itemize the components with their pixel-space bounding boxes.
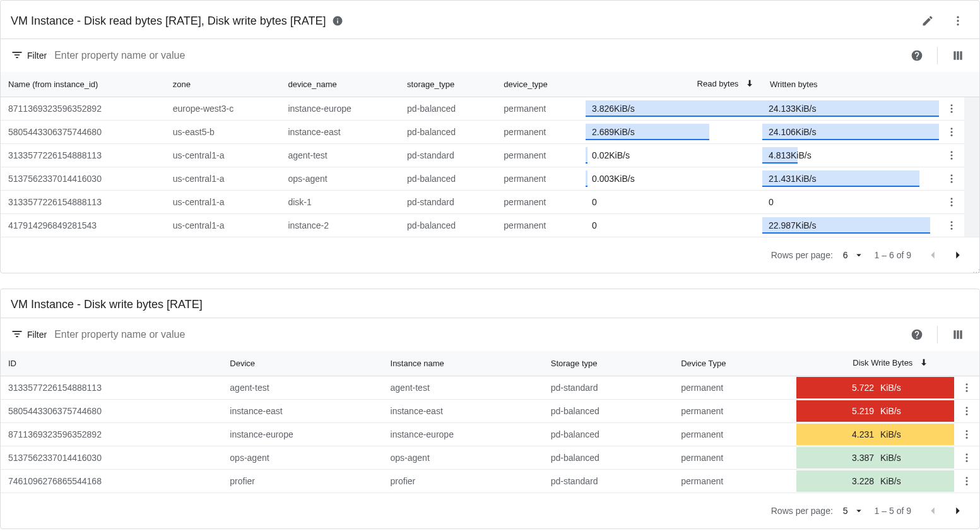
sort-desc-icon — [745, 81, 755, 90]
row-actions-button[interactable] — [943, 100, 960, 117]
cell-id: 5805443306375744680 — [1, 400, 222, 423]
next-page-button[interactable] — [947, 499, 969, 522]
cell-device-type: permanent — [673, 376, 796, 400]
help-button[interactable] — [906, 44, 928, 67]
svg-point-31 — [966, 457, 968, 459]
cell-instance-name: instance-east — [383, 400, 543, 423]
edit-button[interactable] — [916, 9, 939, 32]
row-actions-button[interactable] — [958, 402, 976, 420]
cell-name: 3133577226154888113 — [1, 191, 165, 214]
rows-per-page-label: Rows per page: — [771, 506, 833, 516]
panel-disk-write: VM Instance - Disk write bytes [RATE] Fi… — [0, 289, 980, 529]
cell-written-bytes: 24.133KiB/s — [762, 97, 939, 121]
row-actions-button[interactable] — [943, 146, 960, 164]
table-row: 3133577226154888113agent-testagent-testp… — [1, 376, 979, 400]
row-actions-button[interactable] — [943, 217, 960, 234]
col-device-name[interactable]: device_name — [280, 72, 399, 97]
row-actions-button[interactable] — [958, 379, 976, 397]
cell-storage-type: pd-standard — [543, 470, 674, 493]
cell-instance-name: ops-agent — [383, 446, 543, 470]
svg-point-2 — [957, 23, 959, 25]
col-name[interactable]: Name (from instance_id) — [1, 72, 165, 97]
prev-page-button[interactable] — [921, 499, 944, 522]
cell-device-type: permanent — [673, 446, 796, 470]
svg-point-19 — [951, 225, 953, 227]
cell-device-type: permanent — [673, 470, 796, 493]
cell-disk-write: 4.231KiB/s — [796, 423, 954, 446]
row-actions-button[interactable] — [943, 123, 960, 141]
cell-read-bytes: 3.826KiB/s — [586, 97, 762, 121]
svg-point-5 — [951, 111, 953, 113]
table-row: 7461096276865544168profierprofierpd-stan… — [1, 470, 979, 493]
svg-point-10 — [951, 155, 953, 157]
table-row: 5805443306375744680us-east5-binstance-ea… — [1, 121, 979, 144]
panel-title: VM Instance - Disk read bytes [RATE], Di… — [11, 15, 326, 28]
cell-read-bytes: 0.003KiB/s — [586, 167, 762, 191]
cell-read-bytes: 0 — [586, 191, 762, 214]
cell-device-type: permanent — [673, 423, 796, 446]
panel-title: VM Instance - Disk write bytes [RATE] — [11, 298, 203, 311]
col-storage-type[interactable]: Storage type — [543, 351, 674, 376]
col-id[interactable]: ID — [1, 351, 222, 376]
cell-device-name: agent-test — [280, 144, 399, 167]
panel-disk-rw: VM Instance - Disk read bytes [RATE], Di… — [0, 0, 980, 273]
cell-read-bytes: 0.02KiB/s — [586, 144, 762, 167]
more-options-button[interactable] — [947, 9, 969, 32]
filter-input[interactable] — [52, 46, 900, 65]
cell-device: agent-test — [222, 376, 382, 400]
cell-device-type: permanent — [673, 400, 796, 423]
col-device-type[interactable]: Device Type — [673, 351, 796, 376]
disk-write-table: ID Device Instance name Storage type Dev… — [1, 351, 979, 493]
help-button[interactable] — [906, 323, 928, 346]
cell-storage-type: pd-balanced — [399, 97, 496, 121]
col-instance-name[interactable]: Instance name — [383, 351, 543, 376]
cell-id: 8711369323596352892 — [1, 423, 222, 446]
svg-point-3 — [951, 104, 953, 106]
svg-point-27 — [966, 430, 968, 432]
rows-per-page-selector[interactable]: 5 — [843, 505, 865, 516]
cell-device-type: permanent — [496, 144, 586, 167]
prev-page-button[interactable] — [921, 244, 944, 266]
resize-handle-icon[interactable] — [972, 265, 979, 273]
col-written-bytes[interactable]: Written bytes — [762, 72, 939, 97]
cell-storage-type: pd-balanced — [399, 167, 496, 191]
divider — [937, 47, 938, 64]
col-zone[interactable]: zone — [165, 72, 281, 97]
col-storage-type[interactable]: storage_type — [399, 72, 496, 97]
svg-point-14 — [951, 181, 953, 183]
filter-input[interactable] — [52, 325, 900, 344]
page-range: 1 – 6 of 9 — [875, 250, 911, 260]
rows-per-page-selector[interactable]: 6 — [843, 249, 865, 261]
svg-point-23 — [966, 390, 968, 392]
scrollbar[interactable] — [964, 97, 979, 237]
row-actions-button[interactable] — [958, 449, 976, 467]
cell-device-name: instance-east — [280, 121, 399, 144]
svg-point-6 — [951, 128, 953, 129]
cell-name: 5805443306375744680 — [1, 121, 165, 144]
cell-device-name: instance-2 — [280, 214, 399, 237]
row-actions-button[interactable] — [958, 472, 976, 490]
svg-point-20 — [951, 228, 953, 230]
table-row: 5137562337014416030us-central1-aops-agen… — [1, 167, 979, 191]
svg-point-1 — [957, 20, 959, 21]
svg-point-21 — [966, 383, 968, 385]
col-read-bytes[interactable]: Read bytes — [586, 72, 762, 97]
col-disk-write[interactable]: Disk Write Bytes — [796, 351, 954, 376]
col-device[interactable]: Device — [222, 351, 382, 376]
info-icon[interactable] — [332, 15, 343, 27]
columns-button[interactable] — [947, 44, 969, 67]
cell-read-bytes: 0 — [586, 214, 762, 237]
cell-written-bytes: 21.431KiB/s — [762, 167, 939, 191]
next-page-button[interactable] — [947, 244, 969, 266]
filter-icon — [11, 328, 23, 342]
columns-button[interactable] — [947, 323, 969, 346]
col-device-type[interactable]: device_type — [496, 72, 586, 97]
row-actions-button[interactable] — [958, 426, 976, 443]
row-actions-button[interactable] — [943, 193, 960, 211]
cell-zone: us-central1-a — [165, 144, 281, 167]
cell-zone: europe-west3-c — [165, 97, 281, 121]
row-actions-button[interactable] — [943, 170, 960, 188]
filter-label: Filter — [27, 330, 47, 340]
filter-bar: Filter — [1, 318, 979, 351]
table-row: 3133577226154888113us-central1-aagent-te… — [1, 144, 979, 167]
